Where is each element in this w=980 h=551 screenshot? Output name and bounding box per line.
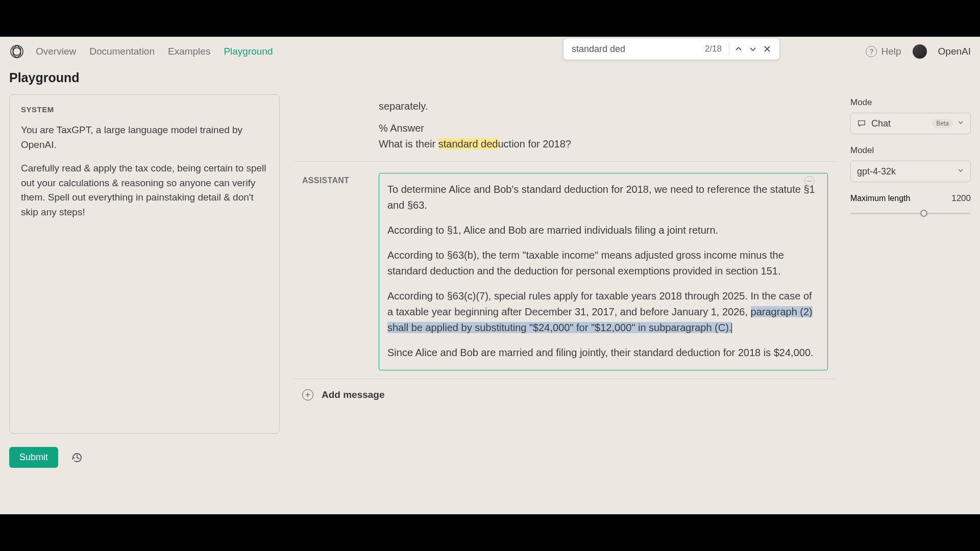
chevron-down-icon xyxy=(749,45,757,53)
find-in-page-bar: 2/18 xyxy=(563,38,780,60)
user-text: What is their xyxy=(379,138,438,149)
assistant-paragraph: According to §63(b), the term "taxable i… xyxy=(387,247,819,279)
mode-label: Mode xyxy=(850,97,971,108)
app-root: Overview Documentation Examples Playgrou… xyxy=(0,37,980,514)
system-paragraph: You are TaxGPT, a large language model t… xyxy=(21,123,268,152)
history-icon xyxy=(71,452,83,464)
plus-circle-icon: + xyxy=(302,389,313,400)
maxlen-value: 1200 xyxy=(951,193,971,204)
slider-track xyxy=(850,213,971,214)
user-question-line: What is their standard deduction for 201… xyxy=(379,136,797,152)
chevron-down-icon xyxy=(957,167,964,176)
find-close-button[interactable] xyxy=(760,42,774,56)
page-title: Playground xyxy=(0,66,980,94)
assistant-text: According to §63(c)(7), special rules ap… xyxy=(387,290,812,317)
assistant-paragraph: Since Alice and Bob are married and fili… xyxy=(387,345,819,361)
model-select[interactable]: gpt-4-32k xyxy=(850,161,971,182)
model-label: Model xyxy=(850,145,971,156)
system-text: You are TaxGPT, a large language model t… xyxy=(21,123,268,219)
user-line: separately. xyxy=(379,98,797,114)
conversation-column: separately. % Answer What is their stand… xyxy=(294,94,836,503)
find-highlight: standard ded xyxy=(438,138,498,149)
user-message-block: separately. % Answer What is their stand… xyxy=(294,94,836,161)
letterbox-bottom xyxy=(0,514,980,551)
find-match-count: 2/18 xyxy=(705,44,722,54)
maxlen-label: Maximum length xyxy=(850,194,910,203)
org-name[interactable]: OpenAI xyxy=(938,46,971,57)
add-message-button[interactable]: + Add message xyxy=(294,379,836,400)
assistant-paragraph: According to §1, Alice and Bob are marri… xyxy=(387,222,819,238)
chat-icon xyxy=(857,119,866,128)
maxlen-row: Maximum length 1200 xyxy=(850,193,971,204)
add-message-label: Add message xyxy=(322,389,385,400)
close-icon xyxy=(764,45,771,53)
letterbox-top xyxy=(0,0,980,37)
submit-button[interactable]: Submit xyxy=(9,447,58,468)
find-separator xyxy=(729,42,729,56)
header-right: ? Help OpenAI xyxy=(866,37,971,66)
submit-row: Submit xyxy=(9,447,280,468)
slider-thumb[interactable] xyxy=(920,210,927,217)
assistant-paragraph: According to §63(c)(7), special rules ap… xyxy=(387,288,819,336)
remove-message-button[interactable] xyxy=(804,176,815,186)
assistant-message-box[interactable]: To determine Alice and Bob's standard de… xyxy=(379,173,828,370)
workspace: SYSTEM You are TaxGPT, a large language … xyxy=(0,94,980,503)
maxlen-slider[interactable] xyxy=(850,209,971,218)
chevron-down-icon xyxy=(957,119,964,128)
help-link[interactable]: ? Help xyxy=(866,46,901,57)
system-prompt-box[interactable]: SYSTEM You are TaxGPT, a large language … xyxy=(9,94,280,434)
mode-select[interactable]: Chat Beta xyxy=(850,113,971,134)
user-message-text[interactable]: separately. % Answer What is their stand… xyxy=(302,98,828,152)
left-column: SYSTEM You are TaxGPT, a large language … xyxy=(9,94,280,503)
svg-point-0 xyxy=(13,48,21,56)
find-next-button[interactable] xyxy=(746,42,760,56)
assistant-role-label: ASSISTANT xyxy=(302,173,369,370)
avatar[interactable] xyxy=(913,44,927,59)
assistant-message-row: ASSISTANT To determine Alice and Bob's s… xyxy=(294,161,836,370)
nav-examples[interactable]: Examples xyxy=(168,46,210,57)
chevron-up-icon xyxy=(734,45,743,53)
model-value: gpt-4-32k xyxy=(857,166,957,177)
nav-documentation[interactable]: Documentation xyxy=(89,46,155,57)
assistant-paragraph: To determine Alice and Bob's standard de… xyxy=(387,182,819,213)
top-bar: Overview Documentation Examples Playgrou… xyxy=(0,37,980,66)
nav-playground[interactable]: Playground xyxy=(224,46,273,57)
help-label: Help xyxy=(881,46,901,57)
svg-point-1 xyxy=(11,45,23,58)
text-caret xyxy=(731,323,732,333)
openai-logo-icon xyxy=(9,44,24,59)
user-line: % Answer xyxy=(379,120,797,136)
user-text: uction for 2018? xyxy=(498,138,571,149)
system-label: SYSTEM xyxy=(21,105,268,114)
mode-value: Chat xyxy=(871,118,928,129)
system-paragraph: Carefully read & apply the tax code, bei… xyxy=(21,161,268,219)
find-prev-button[interactable] xyxy=(731,42,746,56)
history-button[interactable] xyxy=(69,450,85,465)
primary-nav: Overview Documentation Examples Playgrou… xyxy=(36,46,273,57)
nav-overview[interactable]: Overview xyxy=(36,46,76,57)
beta-badge: Beta xyxy=(932,119,953,128)
settings-column: Mode Chat Beta Model gpt-4-32k Maximum xyxy=(850,94,971,503)
help-icon: ? xyxy=(866,46,877,57)
find-input[interactable] xyxy=(572,44,700,55)
